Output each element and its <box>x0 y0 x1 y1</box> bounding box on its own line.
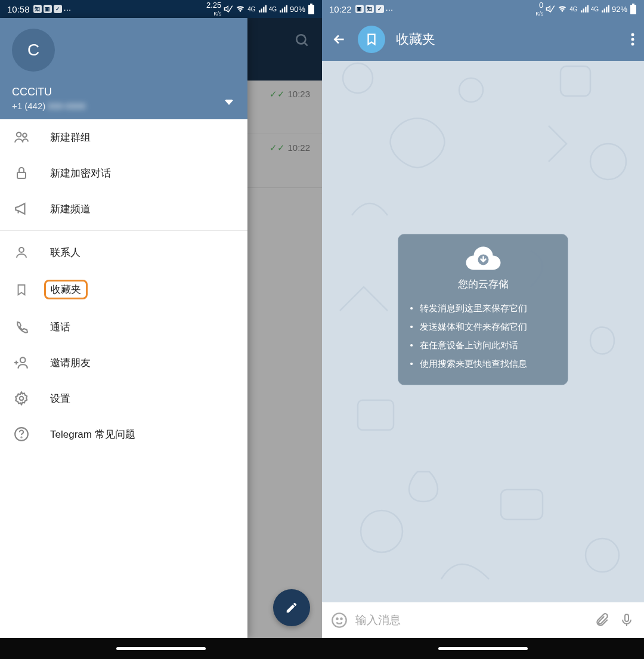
more-icon: ··· <box>64 4 72 14</box>
drawer-label: 新建加密对话 <box>50 166 111 180</box>
drawer-label: 设置 <box>50 392 70 406</box>
gear-icon <box>13 390 30 407</box>
drawer-header[interactable]: C CCCiTU +1 (442) 000-0000 <box>0 18 247 119</box>
svg-point-42 <box>459 78 483 102</box>
drawer-label: 联系人 <box>50 246 80 259</box>
card-bullet: 转发消息到这里来保存它们 <box>410 299 556 318</box>
avatar-letter: C <box>27 41 39 60</box>
svg-rect-9 <box>310 4 312 5</box>
drawer-item-faq[interactable]: Telegram 常见问题 <box>0 416 247 452</box>
battery-icon <box>630 4 637 14</box>
more-menu-button[interactable] <box>631 32 634 47</box>
signal-bars-icon <box>580 5 589 13</box>
svg-rect-25 <box>581 10 582 13</box>
drawer-label: 收藏夹 <box>51 284 81 295</box>
drawer-item-secret-chat[interactable]: 新建加密对话 <box>0 155 247 191</box>
drawer-item-calls[interactable]: 通话 <box>0 309 247 345</box>
appbar: 收藏夹 <box>322 18 644 61</box>
svg-point-38 <box>343 63 373 93</box>
saved-avatar[interactable] <box>358 26 385 53</box>
status-bar-left: 10:58 知 ▣ ✓ ··· 2.25 K/s <box>0 0 322 18</box>
cloud-download-icon <box>410 245 556 271</box>
drawer-item-saved[interactable]: 收藏夹 <box>0 270 247 309</box>
highlight-annotation: 收藏夹 <box>44 280 88 299</box>
svg-rect-31 <box>606 7 607 13</box>
mute-icon <box>224 4 233 14</box>
avatar[interactable]: C <box>12 29 55 72</box>
drawer-label: 新建群组 <box>50 131 91 144</box>
signal-bars-icon-2 <box>601 5 609 13</box>
svg-rect-6 <box>282 8 283 12</box>
signal-bars-icon-2 <box>279 5 287 13</box>
signal-4g-2: 4G <box>269 6 277 13</box>
system-navbar[interactable] <box>0 638 322 659</box>
compose-fab[interactable] <box>273 589 310 626</box>
svg-rect-8 <box>286 5 287 13</box>
svg-rect-41 <box>358 400 394 430</box>
megaphone-icon <box>13 200 30 217</box>
status-bar-right: 10:22 ▣ 知 ✓ ··· 0 K/s 4G <box>322 0 644 18</box>
svg-rect-5 <box>280 10 281 13</box>
drawer-label: 通话 <box>50 320 70 334</box>
svg-point-49 <box>340 618 342 620</box>
appbar-title[interactable]: 收藏夹 <box>396 30 620 48</box>
svg-rect-27 <box>585 7 586 13</box>
back-button[interactable] <box>332 32 347 47</box>
svg-line-0 <box>228 6 233 13</box>
message-input-bar: 输入消息 <box>322 602 644 638</box>
mic-button[interactable] <box>618 611 636 629</box>
person-icon <box>13 244 30 261</box>
net-speed: 0 <box>539 1 543 10</box>
user-phone: +1 (442) 000-0000 <box>12 101 236 111</box>
drawer-label: 邀请朋友 <box>50 356 91 370</box>
system-navbar[interactable] <box>322 638 644 659</box>
svg-rect-29 <box>602 10 603 13</box>
svg-point-17 <box>19 247 24 252</box>
attach-button[interactable] <box>593 611 611 629</box>
svg-rect-3 <box>263 7 264 13</box>
cloud-storage-card: 您的云存储 转发消息到这里来保存它们 发送媒体和文件来存储它们 在任意设备上访问… <box>398 234 568 385</box>
svg-rect-34 <box>630 5 636 14</box>
svg-rect-50 <box>625 614 628 621</box>
help-icon <box>13 426 30 443</box>
battery-pct: 90% <box>290 5 305 14</box>
wifi-icon <box>558 4 567 14</box>
emoji-button[interactable] <box>330 611 348 629</box>
svg-rect-30 <box>604 8 605 12</box>
gallery-icon: ▣ <box>44 5 52 13</box>
drawer-item-contacts[interactable]: 联系人 <box>0 234 247 270</box>
gallery-icon: ▣ <box>355 5 364 13</box>
card-bullet: 发送媒体和文件来存储它们 <box>410 318 556 336</box>
drawer-item-invite[interactable]: 邀请朋友 <box>0 345 247 380</box>
svg-rect-44 <box>501 490 543 519</box>
card-title: 您的云存储 <box>410 277 556 291</box>
net-speed-unit: K/s <box>213 11 221 17</box>
drawer-item-new-channel[interactable]: 新建频道 <box>0 191 247 227</box>
phone-icon <box>13 318 30 335</box>
svg-rect-26 <box>583 8 584 12</box>
chevron-down-icon[interactable] <box>225 99 233 105</box>
notif-icon: 知 <box>366 5 374 13</box>
net-speed: 2.25 <box>206 1 221 10</box>
message-input[interactable]: 输入消息 <box>355 612 586 628</box>
svg-point-21 <box>20 397 24 401</box>
battery-icon <box>308 4 315 14</box>
svg-point-37 <box>631 43 634 46</box>
svg-point-18 <box>20 357 26 363</box>
svg-point-48 <box>336 618 338 620</box>
svg-rect-4 <box>265 5 266 13</box>
svg-rect-39 <box>561 66 590 96</box>
svg-rect-1 <box>259 10 260 13</box>
svg-point-40 <box>590 144 626 180</box>
svg-line-24 <box>550 6 555 13</box>
card-bullet: 使用搜索来更快地查找信息 <box>410 355 556 373</box>
svg-rect-33 <box>632 4 634 5</box>
drawer-label: Telegram 常见问题 <box>50 428 135 441</box>
drawer-item-new-group[interactable]: 新建群组 <box>0 119 247 155</box>
svg-marker-13 <box>225 100 233 105</box>
drawer-item-settings[interactable]: 设置 <box>0 380 247 416</box>
lock-icon <box>13 165 30 181</box>
check-icon: ✓ <box>54 5 62 13</box>
signal-bars-icon <box>258 5 267 13</box>
signal-4g-2: 4G <box>591 6 599 13</box>
